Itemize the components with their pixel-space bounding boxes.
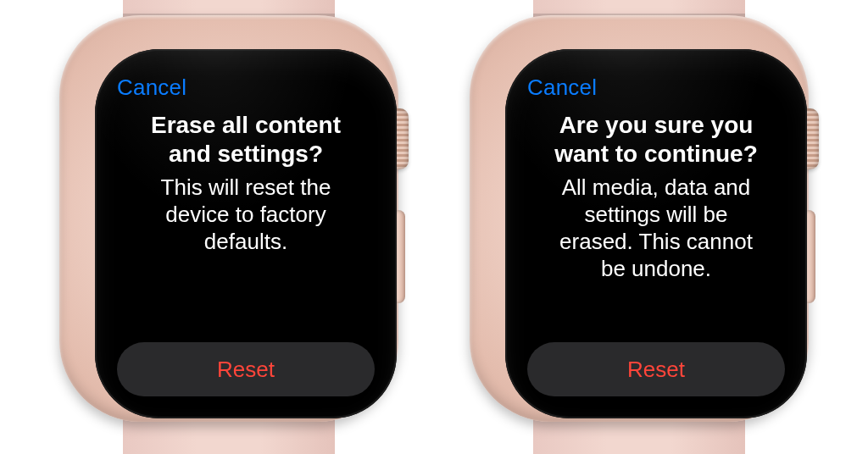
reset-button[interactable]: Reset [117, 342, 375, 396]
watch-left: Cancel Erase all content and settings? T… [42, 0, 415, 454]
reset-button-label: Reset [217, 357, 275, 383]
cancel-button[interactable]: Cancel [117, 75, 186, 101]
dialog-title: Are you sure you want to continue? [554, 111, 758, 169]
stage: Cancel Erase all content and settings? T… [0, 0, 868, 454]
dialog-body: All media, data and settings will be era… [559, 174, 753, 282]
reset-button-label: Reset [627, 357, 685, 383]
watch-screen: Cancel Are you sure you want to continue… [505, 49, 807, 418]
dialog-message: Are you sure you want to continue? All m… [527, 109, 785, 334]
screen-content: Cancel Erase all content and settings? T… [117, 75, 375, 396]
dialog-title: Erase all content and settings? [151, 111, 341, 169]
reset-button[interactable]: Reset [527, 342, 785, 396]
watch-screen: Cancel Erase all content and settings? T… [95, 49, 397, 418]
watch-case: Cancel Are you sure you want to continue… [470, 15, 809, 422]
dialog-body: This will reset the device to factory de… [161, 174, 331, 255]
cancel-button[interactable]: Cancel [527, 75, 597, 101]
watch-case: Cancel Erase all content and settings? T… [59, 15, 398, 422]
watch-right: Cancel Are you sure you want to continue… [453, 0, 826, 454]
screen-content: Cancel Are you sure you want to continue… [527, 75, 785, 396]
dialog-message: Erase all content and settings? This wil… [117, 109, 375, 334]
